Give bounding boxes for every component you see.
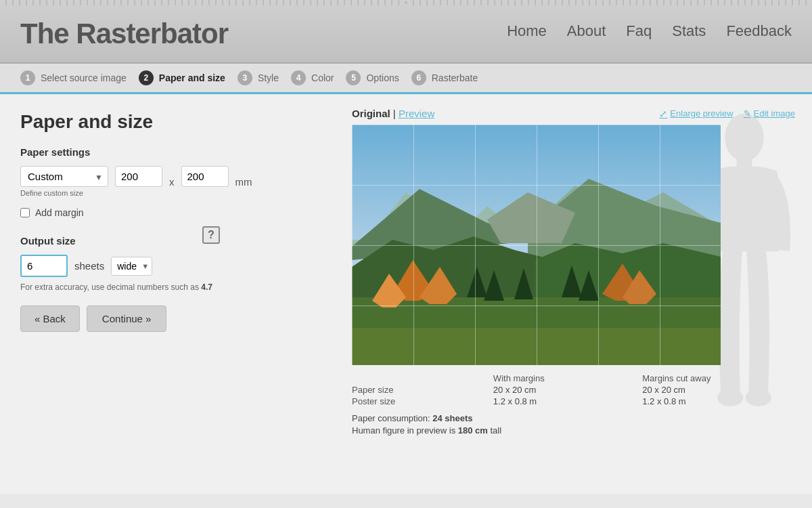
- nav-faq[interactable]: Faq: [626, 22, 652, 40]
- output-size-section: Output size sheets wide tall ▼ For extra…: [20, 235, 332, 292]
- enlarge-icon: ⤢: [659, 108, 667, 119]
- paper-size-label: Paper size: [352, 385, 480, 395]
- nav-about[interactable]: About: [567, 22, 606, 40]
- human-value: 180 cm: [458, 425, 488, 436]
- step-4-label: Color: [311, 72, 334, 83]
- paper-size-with: 20 x 20 cm: [493, 385, 629, 395]
- step-5[interactable]: 5 Options: [346, 70, 399, 85]
- preview-link[interactable]: Preview: [399, 108, 434, 119]
- button-row: « Back Continue »: [20, 305, 332, 332]
- svg-point-0: [725, 114, 764, 161]
- svg-point-3: [746, 389, 771, 406]
- help-button[interactable]: ?: [202, 226, 220, 244]
- image-container: [352, 125, 721, 365]
- main-content: Paper and size Paper settings Custom A4 …: [0, 94, 812, 494]
- stats-header-with-margins: With margins: [493, 373, 629, 383]
- step-4-circle: 4: [291, 70, 306, 85]
- hint-text: For extra accuracy, use decimal numbers …: [20, 282, 332, 292]
- step-6[interactable]: 6 Rasterbate: [411, 70, 478, 85]
- step-3-circle: 3: [238, 70, 252, 85]
- stats-spacer: [352, 373, 480, 383]
- hint-example: 4.7: [201, 282, 212, 292]
- page-title: Paper and size: [20, 111, 332, 133]
- svg-point-2: [717, 389, 743, 406]
- preview-toggle: Original | Preview: [352, 108, 434, 119]
- left-panel: Paper and size Paper settings Custom A4 …: [0, 94, 352, 494]
- header: The Rasterbator Home About Faq Stats Fee…: [0, 0, 812, 64]
- poster-size-label: Poster size: [352, 396, 480, 406]
- step-2-circle: 2: [139, 70, 154, 85]
- grid-overlay: [352, 125, 721, 365]
- step-2-label: Paper and size: [159, 72, 225, 83]
- step-2[interactable]: 2 Paper and size: [139, 70, 225, 85]
- step-6-label: Rasterbate: [432, 72, 478, 83]
- back-button[interactable]: « Back: [20, 305, 80, 332]
- step-1-label: Select source image: [41, 72, 127, 83]
- add-margin-checkbox[interactable]: [20, 208, 30, 217]
- step-3[interactable]: 3 Style: [238, 70, 279, 85]
- step-5-circle: 5: [346, 70, 361, 85]
- step-6-circle: 6: [411, 70, 426, 85]
- continue-button[interactable]: Continue »: [87, 305, 167, 332]
- site-title: The Rasterbator: [20, 18, 228, 50]
- height-input[interactable]: [181, 166, 229, 187]
- main-nav: Home About Faq Stats Feedback: [507, 22, 792, 40]
- nav-home[interactable]: Home: [507, 22, 547, 40]
- step-1-circle: 1: [20, 70, 35, 85]
- poster-size-with: 1.2 x 0.8 m: [493, 396, 629, 406]
- sheets-label: sheets: [74, 260, 104, 272]
- dimension-separator: x: [169, 176, 175, 188]
- add-margin-row: Add margin: [20, 207, 332, 218]
- direction-select-wrapper: wide tall ▼: [111, 257, 152, 276]
- nav-feedback[interactable]: Feedback: [726, 22, 792, 40]
- output-size-label: Output size: [20, 235, 332, 247]
- step-1[interactable]: 1 Select source image: [20, 70, 127, 85]
- width-input[interactable]: [115, 166, 162, 187]
- step-4[interactable]: 4 Color: [291, 70, 334, 85]
- paper-settings-label: Paper settings: [20, 146, 332, 158]
- direction-select[interactable]: wide tall: [111, 257, 152, 276]
- paper-select[interactable]: Custom A4 Letter: [20, 166, 108, 187]
- paper-select-sublabel: Define custom size: [20, 189, 108, 197]
- original-label: Original: [352, 108, 390, 119]
- step-3-label: Style: [258, 72, 279, 83]
- dimension-unit: mm: [235, 176, 252, 188]
- consumption-value: 24 sheets: [432, 413, 472, 423]
- output-row: sheets wide tall ▼: [20, 255, 332, 277]
- step-5-label: Options: [366, 72, 399, 83]
- nav-stats[interactable]: Stats: [672, 22, 706, 40]
- add-margin-label[interactable]: Add margin: [35, 207, 84, 218]
- paper-settings-row: Custom A4 Letter ▼ Define custom size x …: [20, 166, 332, 197]
- steps-bar: 1 Select source image 2 Paper and size 3…: [0, 64, 812, 94]
- paper-select-wrapper: Custom A4 Letter ▼ Define custom size: [20, 166, 108, 197]
- sheets-input[interactable]: [20, 255, 68, 277]
